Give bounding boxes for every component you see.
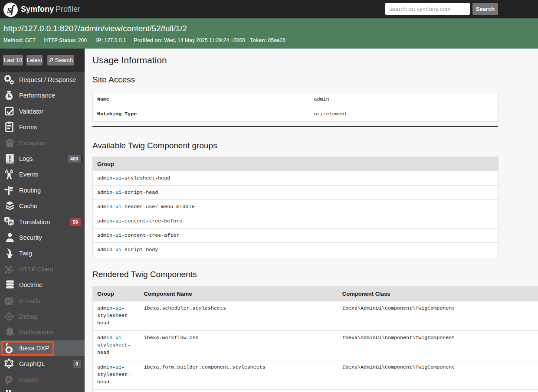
svg-text:a: a <box>6 217 8 222</box>
